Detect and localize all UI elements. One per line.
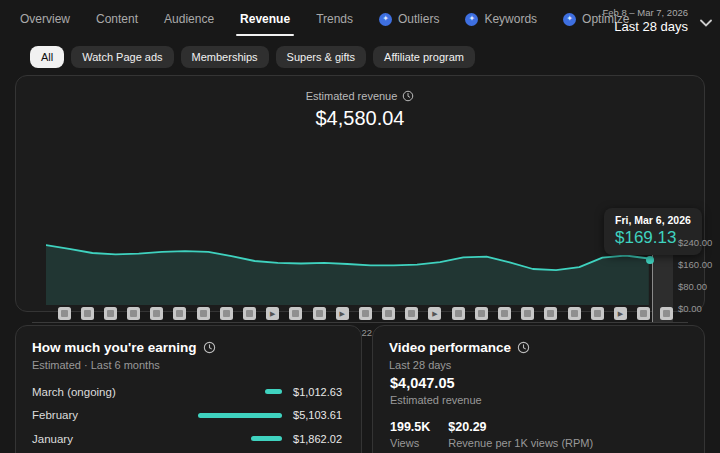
thumbnail-image	[663, 310, 670, 317]
play-icon: ▶	[270, 310, 275, 317]
month-label: March (ongoing)	[32, 386, 265, 398]
date-range-selector[interactable]: Feb 8 – Mar 7, 2026 Last 28 days	[602, 7, 688, 34]
video-thumbnail[interactable]	[475, 307, 488, 320]
video-thumbnail[interactable]	[58, 307, 71, 320]
chart-total-value: $4,580.04	[16, 107, 704, 130]
earnings-bar	[265, 389, 282, 394]
play-icon: ▶	[432, 310, 437, 317]
performance-stats: 199.5KViews$20.29Revenue per 1K views (R…	[390, 420, 593, 449]
tab-trends[interactable]: Trends	[316, 0, 353, 38]
chart-header: Estimated revenue $4,580.04	[16, 86, 704, 130]
thumbnail-image	[408, 310, 415, 317]
video-thumbnail[interactable]	[568, 307, 581, 320]
video-thumbnail[interactable]	[544, 307, 557, 320]
thumbnail-image	[176, 310, 183, 317]
stat-views: 199.5KViews	[390, 420, 430, 449]
video-thumbnail[interactable]: ▶	[266, 307, 279, 320]
video-thumbnail[interactable]	[382, 307, 395, 320]
filter-chip-affiliate-program[interactable]: Affiliate program	[373, 46, 475, 68]
chevron-down-icon[interactable]	[700, 13, 712, 31]
video-thumbnail[interactable]: ▶	[614, 307, 627, 320]
filter-chip-all[interactable]: All	[30, 46, 64, 68]
earning-card: How much you're earning Estimated · Last…	[15, 325, 362, 453]
analytics-tabbar: OverviewContentAudienceRevenueTrends✦Out…	[20, 0, 629, 38]
video-thumbnail[interactable]	[104, 307, 117, 320]
earnings-bar	[251, 436, 282, 441]
video-thumbnail[interactable]	[81, 307, 94, 320]
tab-label: Keywords	[484, 12, 537, 26]
video-thumbnail[interactable]	[637, 307, 650, 320]
earnings-value: $5,103.61	[290, 409, 342, 421]
video-thumbnail[interactable]	[173, 307, 186, 320]
thumbnail-image	[362, 310, 369, 317]
performance-revenue-value: $4,047.05	[390, 375, 482, 391]
tab-label: Audience	[164, 12, 214, 26]
thumbnail-image	[84, 310, 91, 317]
info-clock-icon[interactable]	[402, 90, 414, 102]
video-thumbnail[interactable]	[150, 307, 163, 320]
thumbnail-image	[385, 310, 392, 317]
tab-audience[interactable]: Audience	[164, 0, 214, 38]
thumbnail-image	[61, 310, 68, 317]
video-thumbnail[interactable]	[498, 307, 511, 320]
tab-keywords[interactable]: ✦Keywords	[465, 0, 537, 38]
tab-overview[interactable]: Overview	[20, 0, 70, 38]
earnings-row-january[interactable]: January$1,862.02	[32, 427, 342, 451]
video-thumbnail[interactable]	[220, 307, 233, 320]
y-axis-tick: $0.00	[678, 303, 702, 314]
thumbnail-image	[107, 310, 114, 317]
video-thumbnail[interactable]	[313, 307, 326, 320]
performance-revenue-label: Estimated revenue	[390, 394, 482, 406]
thumbnail-image	[200, 310, 207, 317]
video-thumbnail[interactable]	[289, 307, 302, 320]
tab-content[interactable]: Content	[96, 0, 138, 38]
tab-label: Trends	[316, 12, 353, 26]
sparkle-icon: ✦	[379, 13, 392, 26]
video-thumbnail[interactable]	[243, 307, 256, 320]
video-thumbnail[interactable]	[127, 307, 140, 320]
thumbnail-image	[153, 310, 160, 317]
thumbnail-image	[571, 310, 578, 317]
tab-label: Revenue	[240, 12, 290, 26]
tab-label: Overview	[20, 12, 70, 26]
earnings-value: $1,012.63	[290, 386, 342, 398]
video-thumbnail[interactable]	[452, 307, 465, 320]
thumbnail-image	[292, 310, 299, 317]
filter-chip-supers-gifts[interactable]: Supers & gifts	[276, 46, 366, 68]
video-thumbnail[interactable]	[197, 307, 210, 320]
thumbnail-image	[223, 310, 230, 317]
filter-chip-watch-page-ads[interactable]: Watch Page ads	[71, 46, 173, 68]
play-icon: ▶	[340, 310, 345, 317]
info-clock-icon[interactable]	[203, 341, 216, 354]
earnings-row-february[interactable]: February$5,103.61	[32, 404, 342, 428]
y-axis-tick: $80.00	[678, 281, 707, 292]
video-thumbnail[interactable]	[660, 307, 673, 320]
stat-value: 199.5K	[390, 420, 430, 434]
thumbnail-image	[246, 310, 253, 317]
stat-label: Views	[390, 437, 430, 449]
filter-chip-memberships[interactable]: Memberships	[181, 46, 269, 68]
video-thumbnail[interactable]: ▶	[428, 307, 441, 320]
video-thumbnail[interactable]	[359, 307, 372, 320]
month-label: February	[32, 409, 198, 421]
info-clock-icon[interactable]	[517, 341, 530, 354]
period-label: Last 28 days	[602, 19, 688, 34]
tab-outliers[interactable]: ✦Outliers	[379, 0, 439, 38]
earnings-row-march-ongoing[interactable]: March (ongoing)$1,012.63	[32, 380, 342, 404]
sparkle-icon: ✦	[465, 13, 478, 26]
thumbnail-image	[524, 310, 531, 317]
tab-revenue[interactable]: Revenue	[240, 0, 290, 38]
thumbnail-image	[455, 310, 462, 317]
thumbnail-image	[501, 310, 508, 317]
video-thumbnail[interactable]: ▶	[336, 307, 349, 320]
video-thumbnail[interactable]	[405, 307, 418, 320]
earnings-bar	[198, 413, 282, 418]
monthly-earnings-list: March (ongoing)$1,012.63February$5,103.6…	[32, 380, 342, 451]
performance-card-title: Video performance	[389, 340, 511, 355]
tab-label: Content	[96, 12, 138, 26]
earnings-value: $1,862.02	[290, 433, 342, 445]
video-thumbnail[interactable]	[521, 307, 534, 320]
revenue-filter-chips: AllWatch Page adsMembershipsSupers & gif…	[30, 46, 475, 68]
video-thumbnail[interactable]	[591, 307, 604, 320]
x-axis-line	[32, 322, 688, 323]
